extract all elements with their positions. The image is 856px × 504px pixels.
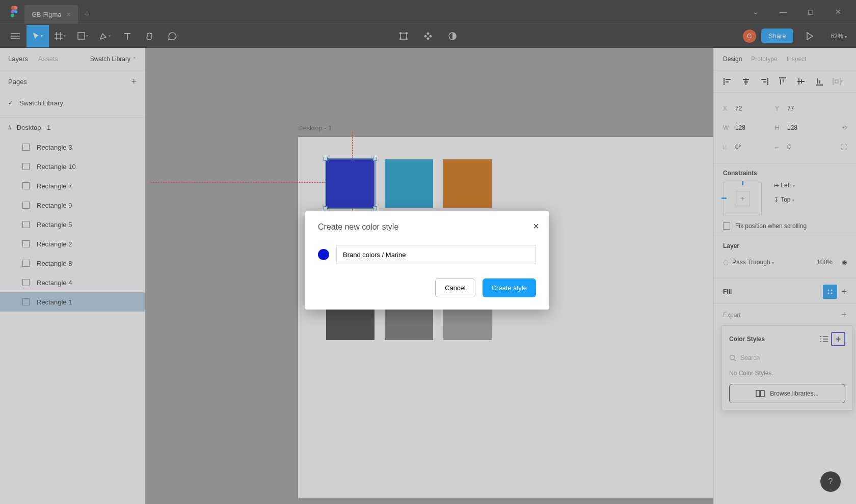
- cancel-button[interactable]: Cancel: [435, 278, 475, 297]
- color-swatch-icon[interactable]: [318, 249, 329, 260]
- close-modal-icon[interactable]: ×: [533, 220, 539, 232]
- modal-overlay[interactable]: Create new color style × Cancel Create s…: [0, 0, 856, 504]
- create-style-button[interactable]: Create style: [483, 278, 536, 297]
- create-style-modal: Create new color style × Cancel Create s…: [305, 211, 549, 310]
- modal-title: Create new color style: [318, 222, 536, 232]
- style-name-input[interactable]: [336, 245, 536, 264]
